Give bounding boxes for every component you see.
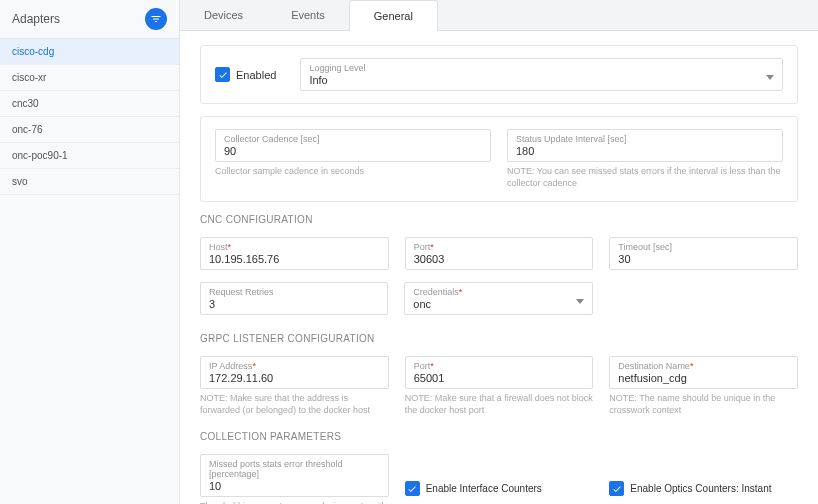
param-check-label: Enable Optics Counters: Instant (630, 483, 771, 494)
grpc-ip-field[interactable]: IP Address* (200, 356, 389, 389)
tab-devices[interactable]: Devices (180, 0, 267, 30)
grpc-ip-note: NOTE: Make sure that the address is forw… (200, 393, 389, 416)
cnc-retries-label: Request Retries (209, 287, 379, 297)
grpc-port-note: NOTE: Make sure that a firewall does not… (405, 393, 594, 416)
param-checkbox[interactable] (405, 481, 420, 496)
status-interval-input[interactable] (516, 145, 774, 157)
cnc-retries-field[interactable]: Request Retries (200, 282, 388, 315)
sidebar-item-cisco-xr[interactable]: cisco-xr (0, 65, 179, 91)
param-check-row: Enable Interface Counters (405, 481, 594, 496)
cadence-section: Collector Cadence [sec] Collector sample… (200, 116, 798, 202)
sidebar-item-onc-poc90-1[interactable]: onc-poc90-1 (0, 143, 179, 169)
param-check-row: Enable Optics Counters: Instant (609, 481, 798, 496)
cnc-title: CNC CONFIGURATION (200, 214, 798, 225)
cnc-port-field[interactable]: Port* (405, 237, 594, 270)
filter-icon[interactable] (145, 8, 167, 30)
param-checkbox[interactable] (609, 481, 624, 496)
grpc-port-input[interactable] (414, 372, 585, 384)
params-section: COLLECTION PARAMETERS Missed ports stats… (200, 431, 798, 504)
logging-level-value: Info (309, 74, 774, 86)
collector-cadence-field[interactable]: Collector Cadence [sec] (215, 129, 491, 162)
cnc-timeout-label: Timeout [sec] (618, 242, 789, 252)
grpc-ip-input[interactable] (209, 372, 380, 384)
grpc-port-field[interactable]: Port* (405, 356, 594, 389)
status-interval-field[interactable]: Status Update Interval [sec] (507, 129, 783, 162)
sidebar-item-cisco-cdg[interactable]: cisco-cdg (0, 39, 179, 65)
status-interval-label: Status Update Interval [sec] (516, 134, 774, 144)
logging-level-select[interactable]: Logging Level Info (300, 58, 783, 91)
logging-level-label: Logging Level (309, 63, 774, 73)
cnc-port-label: Port* (414, 242, 585, 252)
cnc-credentials-label: Credentials* (413, 287, 583, 297)
enabled-checkbox[interactable] (215, 67, 230, 82)
tab-events[interactable]: Events (267, 0, 349, 30)
status-interval-note: NOTE: You can see missed stats errors if… (507, 166, 783, 189)
sidebar-item-svo[interactable]: svo (0, 169, 179, 195)
tab-general[interactable]: General (349, 0, 438, 31)
enabled-label: Enabled (236, 69, 276, 81)
adapter-list: cisco-cdgcisco-xrcnc30onc-76onc-poc90-1s… (0, 39, 179, 195)
collector-cadence-input[interactable] (224, 145, 482, 157)
params-title: COLLECTION PARAMETERS (200, 431, 798, 442)
grpc-dest-field[interactable]: Destination Name* (609, 356, 798, 389)
sidebar-header: Adapters (0, 0, 179, 39)
grpc-dest-label: Destination Name* (618, 361, 789, 371)
sidebar-item-cnc30[interactable]: cnc30 (0, 91, 179, 117)
collector-cadence-label: Collector Cadence [sec] (224, 134, 482, 144)
cnc-section: CNC CONFIGURATION Host* Port* (200, 214, 798, 319)
grpc-ip-label: IP Address* (209, 361, 380, 371)
cnc-host-label: Host* (209, 242, 380, 252)
grpc-section: GRPC LISTENER CONFIGURATION IP Address* … (200, 333, 798, 416)
grpc-title: GRPC LISTENER CONFIGURATION (200, 333, 798, 344)
content: Enabled Logging Level Info Collector Cad… (180, 31, 818, 504)
sidebar-item-onc-76[interactable]: onc-76 (0, 117, 179, 143)
cnc-host-field[interactable]: Host* (200, 237, 389, 270)
threshold-label: Missed ports stats error threshold [perc… (209, 459, 380, 479)
cnc-credentials-value: onc (413, 298, 583, 310)
tabs: DevicesEventsGeneral (180, 0, 818, 31)
threshold-field[interactable]: Missed ports stats error threshold [perc… (200, 454, 389, 497)
main: DevicesEventsGeneral Enabled Logging Lev… (180, 0, 818, 504)
sidebar-title: Adapters (12, 12, 60, 26)
param-check-label: Enable Interface Counters (426, 483, 542, 494)
general-top-row: Enabled Logging Level Info (200, 45, 798, 104)
collector-cadence-note: Collector sample cadence in seconds (215, 166, 491, 178)
grpc-dest-input[interactable] (618, 372, 789, 384)
cnc-host-input[interactable] (209, 253, 380, 265)
threshold-input[interactable] (209, 480, 380, 492)
grpc-port-label: Port* (414, 361, 585, 371)
cnc-retries-input[interactable] (209, 298, 379, 310)
cnc-port-input[interactable] (414, 253, 585, 265)
cnc-timeout-input[interactable] (618, 253, 789, 265)
enabled-checkbox-row: Enabled (215, 67, 276, 82)
cnc-timeout-field[interactable]: Timeout [sec] (609, 237, 798, 270)
sidebar: Adapters cisco-cdgcisco-xrcnc30onc-76onc… (0, 0, 180, 504)
grpc-dest-note: NOTE: The name should be unique in the c… (609, 393, 798, 416)
cnc-credentials-select[interactable]: Credentials* onc (404, 282, 592, 315)
